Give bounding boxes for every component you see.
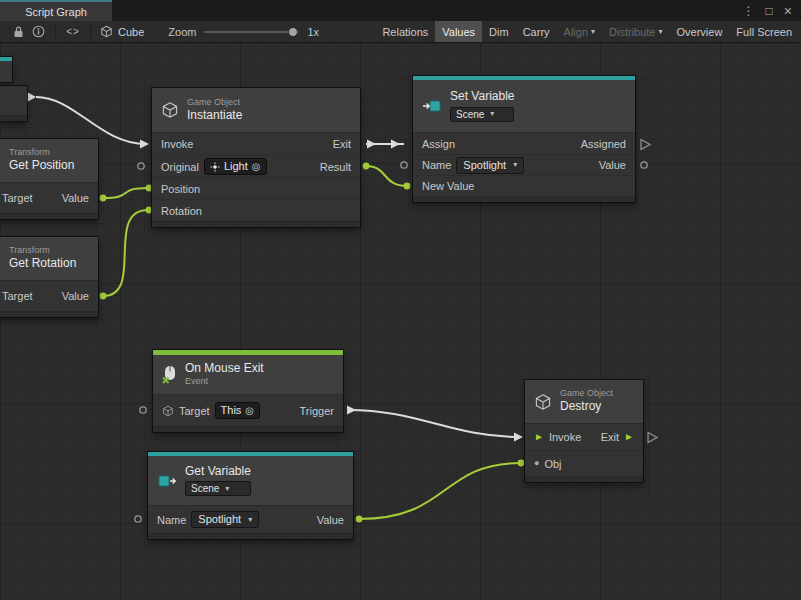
relations-button[interactable]: Relations [375, 21, 435, 42]
node-fragment[interactable] [0, 86, 27, 121]
node-title: Get Position [9, 159, 74, 173]
node-header[interactable]: On Mouse Exit Event [153, 355, 343, 395]
tab-script-graph[interactable]: Script Graph [0, 0, 112, 21]
target-port-label: Target [2, 192, 33, 204]
original-object-value: Light [224, 160, 248, 173]
carry-button[interactable]: Carry [516, 21, 557, 42]
window-menu-icon[interactable]: ⋮ [743, 5, 755, 17]
variable-name-dropdown[interactable]: Spotlight ▾ [456, 157, 524, 174]
obj-port-icon[interactable]: ● [534, 459, 539, 468]
node-category: Transform [9, 246, 76, 256]
target-port-label: Target [2, 290, 33, 302]
target-port-label: Target [179, 405, 210, 417]
cube-icon [534, 393, 552, 411]
name-port-label: Name [157, 514, 186, 526]
node-category: Game Object [187, 98, 242, 108]
value-port-label: Value [599, 159, 626, 171]
graph-toolbar: <> Cube Zoom 1x Relations Values Dim Car… [0, 21, 801, 43]
value-port-label: Value [62, 290, 89, 302]
node-header[interactable]: Game Object Instantiate [152, 88, 360, 133]
cube-icon [100, 25, 113, 38]
mouse-exit-icon [162, 365, 177, 384]
node-category: Transform [9, 148, 74, 158]
info-icon[interactable] [28, 21, 48, 42]
tab-label: Script Graph [25, 6, 87, 18]
node-set-variable[interactable]: Set Variable Scene ▾ Assign Assigned Nam… [413, 76, 635, 202]
lock-icon[interactable] [8, 21, 28, 42]
close-icon[interactable]: × [784, 4, 792, 18]
node-instantiate[interactable]: Game Object Instantiate Invoke Exit Orig… [152, 88, 360, 227]
newvalue-port-label: New Value [422, 180, 474, 192]
value-port-label: Value [62, 192, 89, 204]
original-object-field[interactable]: Light ◎ [204, 158, 267, 175]
code-view-icon[interactable]: <> [63, 21, 83, 42]
node-title: Get Variable [185, 465, 251, 479]
invoke-port-label: Invoke [549, 431, 581, 443]
rotation-port-label: Rotation [161, 205, 202, 217]
chevron-down-icon: ▾ [591, 28, 595, 36]
exit-port-label: Exit [601, 431, 619, 443]
chevron-down-icon: ▾ [225, 485, 229, 493]
position-port-label: Position [161, 183, 200, 195]
zoom-value: 1x [307, 26, 319, 38]
node-get-rotation[interactable]: Transform Get Rotation Target Value [0, 237, 98, 317]
node-title: On Mouse Exit [185, 362, 264, 376]
variable-name-dropdown[interactable]: Spotlight ▾ [191, 511, 259, 528]
game-object-icon [162, 405, 174, 417]
object-picker-icon[interactable]: ◎ [245, 406, 254, 416]
assign-port-label: Assign [422, 138, 455, 150]
node-destroy[interactable]: Game Object Destroy ► Invoke Exit ► ● Ob… [525, 380, 643, 482]
target-object-field[interactable]: This ◎ [215, 402, 261, 419]
node-fragment[interactable] [0, 57, 12, 82]
light-icon [210, 162, 220, 172]
value-port-label: Value [317, 514, 344, 526]
graph-canvas[interactable] [0, 43, 801, 600]
node-header[interactable]: Transform Get Position [0, 139, 98, 183]
chevron-down-icon: ▾ [513, 161, 517, 169]
original-port-label: Original [161, 161, 199, 173]
zoom-label: Zoom [168, 26, 196, 38]
chevron-down-icon: ▾ [248, 516, 252, 524]
invoke-flow-arrow-icon: ► [534, 432, 544, 442]
distribute-button[interactable]: Distribute▾ [602, 21, 669, 42]
exit-flow-arrow-icon: ► [624, 432, 634, 442]
node-title: Get Rotation [9, 257, 76, 271]
node-category: Event [185, 377, 264, 387]
node-header[interactable]: Set Variable Scene ▾ [413, 80, 635, 133]
dim-button[interactable]: Dim [482, 21, 516, 42]
obj-port-label: Obj [544, 458, 561, 470]
invoke-port-label: Invoke [161, 138, 193, 150]
zoom-slider[interactable] [204, 31, 299, 33]
zoom-slider-handle[interactable] [288, 27, 298, 37]
node-title: Instantiate [187, 109, 242, 123]
cube-icon [161, 101, 179, 119]
full-screen-button[interactable]: Full Screen [729, 21, 799, 42]
chevron-down-icon: ▾ [659, 28, 663, 36]
exit-port-label: Exit [333, 138, 351, 150]
get-variable-icon [157, 471, 177, 491]
variable-scope-dropdown[interactable]: Scene ▾ [450, 107, 514, 122]
variable-scope-dropdown[interactable]: Scene ▾ [185, 481, 251, 496]
node-category: Game Object [560, 389, 613, 399]
window-titlebar: Script Graph ⋮ □ × [0, 0, 801, 21]
values-button[interactable]: Values [435, 21, 482, 42]
result-port-label: Result [320, 161, 351, 173]
node-header[interactable]: Transform Get Rotation [0, 237, 98, 281]
node-on-mouse-exit[interactable]: On Mouse Exit Event Target This ◎ Trigge… [153, 350, 343, 432]
maximize-icon[interactable]: □ [766, 5, 773, 17]
node-get-variable[interactable]: Get Variable Scene ▾ Name Spotlight ▾ Va… [148, 452, 353, 539]
node-title: Set Variable [450, 90, 514, 104]
graph-owner-chip: Cube [100, 25, 144, 38]
graph-owner-name: Cube [118, 26, 144, 38]
name-port-label: Name [422, 159, 451, 171]
node-get-position[interactable]: Transform Get Position Target Value [0, 139, 98, 219]
overview-button[interactable]: Overview [670, 21, 730, 42]
node-header[interactable]: Game Object Destroy [525, 380, 643, 424]
node-header[interactable]: Get Variable Scene ▾ [148, 456, 353, 506]
node-title: Destroy [560, 400, 613, 414]
chevron-down-icon: ▾ [490, 110, 494, 118]
align-button[interactable]: Align▾ [557, 21, 602, 42]
object-picker-icon[interactable]: ◎ [252, 162, 261, 172]
trigger-port-label: Trigger [300, 405, 334, 417]
target-object-value: This [221, 404, 242, 417]
